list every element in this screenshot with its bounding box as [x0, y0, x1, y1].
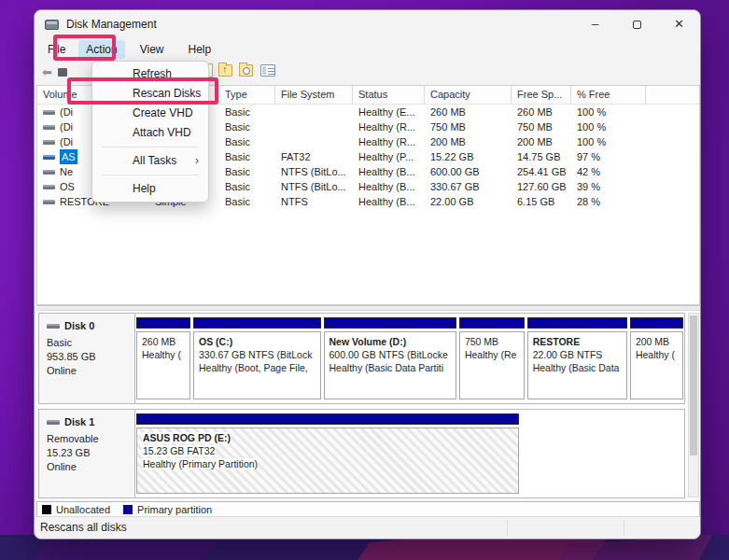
primary-partition-swatch — [123, 505, 133, 514]
scrollbar-thumb[interactable] — [690, 315, 697, 455]
title-bar: Disk Management – ✕ — [35, 10, 700, 38]
cell-file-system — [275, 119, 353, 134]
disk-state: Online — [47, 460, 134, 474]
menu-item-help[interactable]: Help — [92, 179, 208, 199]
minimize-button[interactable]: – — [574, 10, 616, 38]
folder-up-icon[interactable] — [218, 64, 232, 77]
cell-pct-free: 28 % — [571, 194, 646, 209]
cell-free-space: 750 MB — [512, 119, 571, 134]
header-free-space[interactable]: Free Sp... — [512, 86, 571, 104]
partition[interactable]: 200 MBHealthy ( — [630, 317, 683, 399]
cell-free-space: 127.60 GB — [512, 179, 571, 194]
cell-pct-free: 39 % — [571, 179, 646, 194]
wallpaper-shape — [25, 541, 217, 560]
cell-type: Basic — [219, 134, 275, 149]
cell-free-space: 200 MB — [512, 134, 571, 149]
cell-status: Healthy (B... — [353, 194, 425, 209]
disk-management-window: Disk Management – ✕ File Action View Hel… — [34, 9, 701, 539]
cell-pct-free: 100 % — [571, 105, 646, 119]
cell-status: Healthy (R... — [353, 134, 425, 149]
cell-file-system — [275, 134, 353, 149]
unallocated-label: Unallocated — [56, 504, 110, 515]
header-type[interactable]: Type — [219, 86, 275, 104]
maximize-icon — [633, 21, 641, 29]
partition-selected[interactable]: ASUS ROG PD (E:)15.23 GB FAT32Healthy (P… — [136, 413, 519, 494]
properties-icon[interactable] — [260, 64, 275, 77]
folder-search-icon[interactable] — [239, 64, 253, 77]
disk-management-icon — [45, 20, 59, 30]
partition[interactable]: New Volume (D:)600.00 GB NTFS (BitLockeH… — [324, 317, 456, 399]
disk-0-row: Disk 0 Basic 953.85 GB Online 260 MBHeal… — [38, 313, 685, 404]
volume-icon — [43, 125, 55, 130]
cell-type: Basic — [219, 149, 275, 164]
header-capacity[interactable]: Capacity — [425, 86, 512, 104]
menu-item-all-tasks[interactable]: All Tasks› — [92, 151, 208, 171]
cell-status: Healthy (B... — [353, 164, 425, 179]
cell-pct-free: 100 % — [571, 119, 646, 134]
menu-item-create-vhd[interactable]: Create VHD — [92, 104, 208, 123]
partition-title: RESTORE — [533, 336, 581, 347]
header-status[interactable]: Status — [353, 86, 425, 104]
partition[interactable]: 260 MBHealthy ( — [136, 317, 190, 399]
menu-help[interactable]: Help — [181, 40, 219, 59]
status-bar: Rescans all disks — [35, 516, 700, 539]
disk-name: Disk 0 — [64, 319, 94, 333]
partition-color-bar — [136, 317, 190, 329]
partition-size: 260 MB — [142, 335, 185, 348]
disk-kind: Removable — [47, 432, 134, 446]
volume-icon — [43, 140, 55, 145]
partition-status: Healthy (Re — [465, 348, 519, 361]
cell-status: Healthy (R... — [353, 119, 425, 134]
submenu-chevron-icon: › — [195, 151, 199, 171]
disk-state: Online — [47, 364, 134, 378]
console-icon[interactable] — [58, 68, 67, 77]
header-file-system[interactable]: File System — [275, 86, 353, 104]
disk-1-row: Disk 1 Removable 15.23 GB Online ASUS RO… — [38, 409, 685, 498]
cell-pct-free: 42 % — [571, 164, 646, 179]
partition[interactable]: 750 MBHealthy (Re — [459, 317, 525, 399]
vertical-scrollbar[interactable] — [688, 313, 699, 497]
header-pct-free[interactable]: % Free — [571, 86, 646, 104]
volume-name: Ne — [60, 164, 73, 179]
partition[interactable]: RESTORE22.00 GB NTFSHealthy (Basic Data — [527, 317, 627, 399]
primary-partition-label: Primary partition — [137, 504, 212, 515]
cell-free-space: 6.15 GB — [512, 194, 571, 209]
window-controls: – ✕ — [574, 10, 700, 38]
cell-status: Healthy (E... — [353, 105, 425, 119]
maximize-button[interactable] — [616, 10, 658, 38]
all-tasks-label: All Tasks — [133, 154, 176, 167]
status-divider — [624, 520, 624, 536]
menu-separator — [102, 147, 199, 147]
window-title: Disk Management — [66, 18, 157, 31]
partition-color-bar — [193, 317, 321, 329]
disk-0-partitions: 260 MBHealthy ( OS (C:)330.67 GB NTFS (B… — [135, 314, 684, 403]
partition-size: 15.23 GB FAT32 — [142, 445, 216, 456]
partition-color-bar — [527, 317, 627, 329]
cell-status: Healthy (B... — [353, 179, 425, 194]
partition-color-bar — [630, 317, 683, 329]
cell-type: Basic — [219, 164, 275, 179]
menu-view[interactable]: View — [133, 40, 172, 59]
cell-file-system: NTFS (BitLo... — [275, 164, 353, 179]
volume-name: (Di — [60, 105, 73, 119]
disk-size: 15.23 GB — [47, 446, 134, 460]
partition-status: Healthy (Basic Data Partiti — [329, 361, 451, 374]
cell-type: Basic — [219, 194, 275, 209]
volume-icon — [43, 155, 55, 160]
partition-color-bar — [136, 413, 519, 425]
back-arrow-icon[interactable]: ⬅ — [42, 65, 52, 79]
partition-color-bar — [324, 317, 456, 329]
desktop: Disk Management – ✕ File Action View Hel… — [0, 0, 729, 560]
disk-name: Disk 1 — [64, 415, 94, 429]
disk-1-partitions: ASUS ROG PD (E:)15.23 GB FAT32Healthy (P… — [135, 410, 684, 497]
cell-pct-free: 97 % — [571, 149, 646, 164]
cell-capacity: 260 MB — [425, 105, 512, 119]
menu-item-attach-vhd[interactable]: Attach VHD — [92, 123, 208, 143]
cell-capacity: 600.00 GB — [425, 164, 512, 179]
partition-status: Healthy ( — [636, 348, 678, 361]
partition-status: Healthy (Primary Partition) — [142, 458, 259, 469]
cell-capacity: 750 MB — [425, 119, 512, 134]
partition[interactable]: OS (C:)330.67 GB NTFS (BitLockHealthy (B… — [193, 317, 321, 399]
volume-name: (Di — [60, 119, 73, 134]
close-button[interactable]: ✕ — [658, 10, 700, 38]
